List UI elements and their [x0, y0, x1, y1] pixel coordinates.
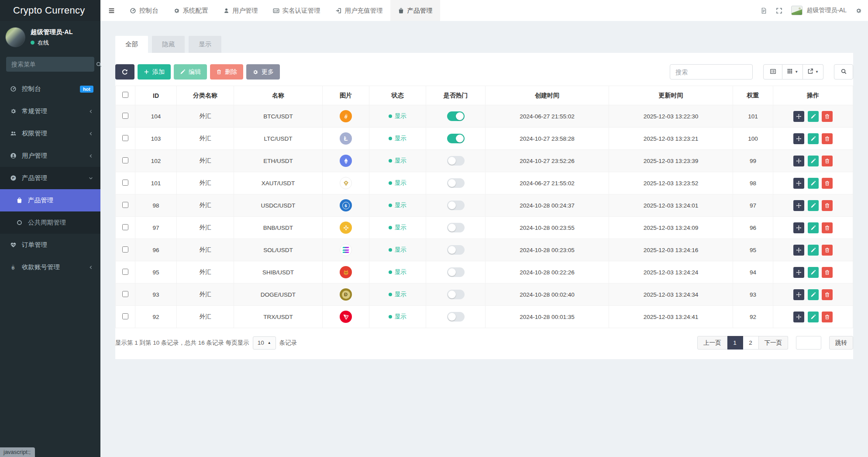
cogs-icon[interactable] — [855, 7, 862, 14]
tab-hidden[interactable]: 隐藏 — [152, 36, 185, 53]
hot-toggle[interactable] — [447, 312, 465, 322]
row-checkbox[interactable] — [122, 224, 128, 230]
row-edit-button[interactable] — [808, 156, 819, 166]
move-button[interactable] — [793, 267, 804, 278]
hot-toggle[interactable] — [447, 267, 465, 277]
row-delete-button[interactable] — [822, 156, 833, 166]
row-edit-button[interactable] — [808, 222, 819, 233]
move-button[interactable] — [793, 156, 804, 166]
hot-toggle[interactable] — [447, 223, 465, 232]
table-search-input[interactable] — [670, 64, 753, 80]
nav-item-console[interactable]: 控制台 — [122, 0, 166, 21]
row-checkbox[interactable] — [122, 313, 128, 319]
row-checkbox[interactable] — [122, 291, 128, 297]
row-checkbox[interactable] — [122, 135, 128, 141]
row-edit-button[interactable] — [808, 267, 819, 278]
nav-item-recharge[interactable]: 用户充值管理 — [328, 0, 390, 21]
row-delete-button[interactable] — [822, 312, 833, 322]
move-button[interactable] — [793, 111, 804, 122]
sidebar-search-input[interactable] — [6, 61, 96, 68]
row-edit-button[interactable] — [808, 200, 819, 211]
row-checkbox[interactable] — [122, 269, 128, 275]
row-edit-button[interactable] — [808, 178, 819, 189]
hot-toggle[interactable] — [447, 134, 465, 143]
nav-item-user-manage[interactable]: 用户管理 — [216, 0, 265, 21]
sidebar-item-console[interactable]: 控制台 hot — [0, 78, 100, 100]
nav-item-system-config[interactable]: 系统配置 — [166, 0, 216, 21]
page-button-1[interactable]: 1 — [727, 336, 743, 350]
cell-name: BTC/USDT — [234, 105, 323, 128]
row-delete-button[interactable] — [822, 289, 833, 300]
more-button[interactable]: 更多 — [246, 64, 280, 80]
hot-toggle[interactable] — [447, 156, 465, 166]
row-edit-button[interactable] — [808, 289, 819, 300]
row-checkbox[interactable] — [122, 246, 128, 253]
move-button[interactable] — [793, 312, 804, 322]
cell-category: 外汇 — [177, 172, 234, 194]
row-edit-button[interactable] — [808, 245, 819, 256]
columns-button[interactable]: ▼ — [782, 64, 803, 80]
prev-page-button[interactable]: 上一页 — [697, 336, 727, 350]
delete-button[interactable]: 删除 — [210, 64, 243, 80]
move-button[interactable] — [793, 245, 804, 256]
hot-toggle[interactable] — [447, 201, 465, 210]
row-delete-button[interactable] — [822, 178, 833, 189]
sidebar-item-order[interactable]: 订单管理 — [0, 234, 100, 256]
fullscreen-icon[interactable] — [776, 7, 782, 14]
sidebar-item-product[interactable]: P 产品管理 — [0, 167, 100, 189]
select-all-checkbox[interactable] — [122, 92, 128, 98]
hot-toggle[interactable] — [447, 111, 465, 121]
row-edit-button[interactable] — [808, 133, 819, 144]
nav-item-product-manage[interactable]: 产品管理 — [390, 0, 440, 21]
edit-button[interactable]: 编辑 — [174, 64, 207, 80]
move-button[interactable] — [793, 133, 804, 144]
chevron-left-icon — [88, 131, 93, 136]
hot-toggle[interactable] — [447, 245, 465, 255]
row-delete-button[interactable] — [822, 200, 833, 211]
navbar-user-menu[interactable]: 超级管理员-AL — [791, 6, 847, 15]
hot-toggle[interactable] — [447, 178, 465, 188]
sidebar-item-payment-account[interactable]: B 收款账号管理 — [0, 256, 100, 278]
row-edit-button[interactable] — [808, 111, 819, 122]
cell-name: TRX/USDT — [234, 306, 323, 328]
bag-icon — [398, 7, 404, 14]
move-button[interactable] — [793, 222, 804, 233]
row-checkbox[interactable] — [122, 202, 128, 208]
move-button[interactable] — [793, 289, 804, 300]
row-delete-button[interactable] — [822, 267, 833, 278]
add-button[interactable]: 添加 — [138, 64, 171, 80]
tab-all[interactable]: 全部 — [115, 36, 148, 53]
sidebar-subitem-product-manage[interactable]: 产品管理 — [0, 189, 100, 211]
sidebar-item-permission[interactable]: 权限管理 — [0, 122, 100, 145]
row-checkbox[interactable] — [122, 180, 128, 186]
nav-item-realname-auth[interactable]: 实名认证管理 — [265, 0, 328, 21]
search-button[interactable] — [834, 64, 853, 80]
page-size-select[interactable]: 10▲ — [253, 336, 276, 350]
sidebar-subitem-public-cycle[interactable]: 公共周期管理 — [0, 211, 100, 234]
tab-shown[interactable]: 显示 — [189, 36, 221, 53]
jump-button[interactable]: 跳转 — [829, 336, 853, 350]
hamburger-icon[interactable] — [100, 7, 122, 14]
row-delete-button[interactable] — [822, 222, 833, 233]
row-checkbox[interactable] — [122, 157, 128, 163]
row-edit-button[interactable] — [808, 312, 819, 322]
move-button[interactable] — [793, 178, 804, 189]
row-checkbox[interactable] — [122, 113, 128, 119]
sidebar-item-general[interactable]: 常规管理 — [0, 100, 100, 122]
row-delete-button[interactable] — [822, 133, 833, 144]
row-delete-button[interactable] — [822, 245, 833, 256]
export-button[interactable]: ▼ — [803, 64, 823, 80]
refresh-button[interactable] — [115, 64, 134, 80]
row-delete-button[interactable] — [822, 111, 833, 122]
jump-page-input[interactable] — [796, 336, 821, 350]
cell-id: 98 — [135, 194, 177, 217]
detail-view-button[interactable] — [763, 64, 782, 80]
page-button-2[interactable]: 2 — [743, 336, 759, 350]
sidebar-search-icon[interactable] — [96, 61, 102, 68]
move-button[interactable] — [793, 200, 804, 211]
hot-toggle[interactable] — [447, 290, 465, 299]
sidebar-item-user[interactable]: 用户管理 — [0, 145, 100, 167]
svg-text:B: B — [12, 265, 15, 270]
document-icon[interactable] — [761, 7, 767, 14]
next-page-button[interactable]: 下一页 — [759, 336, 789, 350]
